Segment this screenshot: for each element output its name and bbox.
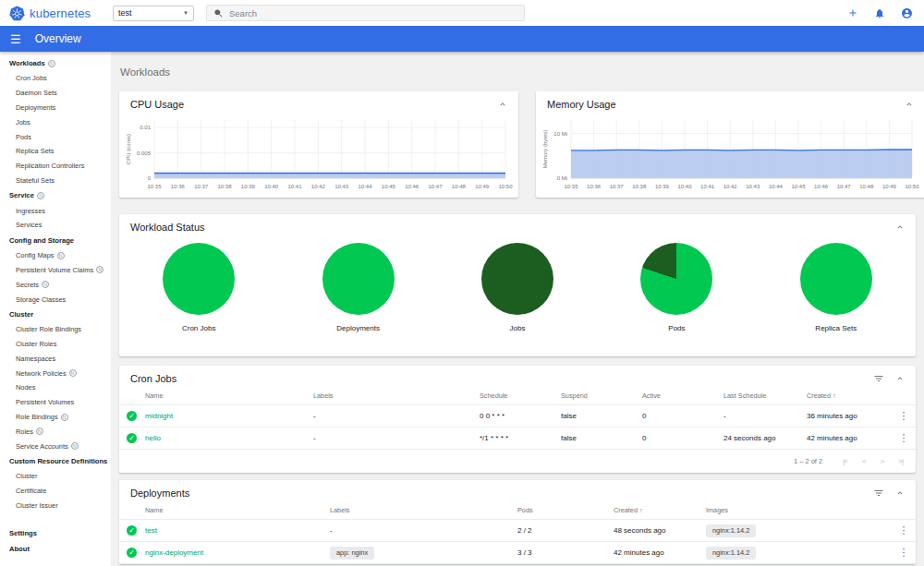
column-header-labels[interactable]: Labels <box>330 506 517 514</box>
sidebar-item-cluster[interactable]: Cluster <box>0 307 111 322</box>
namespaced-badge: N <box>37 192 44 199</box>
sidebar-item-config-maps[interactable]: Config MapsN <box>0 248 111 263</box>
svg-text:0.005: 0.005 <box>137 151 152 156</box>
sidebar-item-storage-classes[interactable]: Storage Classes <box>0 292 111 307</box>
sidebar-item-cluster[interactable]: Cluster <box>0 469 111 484</box>
first-page-button[interactable]: |< <box>843 457 847 465</box>
next-page-button[interactable]: > <box>881 457 884 465</box>
cell-active: 0 <box>642 412 723 420</box>
row-menu-button[interactable]: ⋮ <box>892 525 916 536</box>
sidebar-item-replication-controllers[interactable]: Replication Controllers <box>0 159 111 174</box>
notifications-bell-icon[interactable] <box>874 7 885 19</box>
sidebar-item-deployments[interactable]: Deployments <box>0 101 111 115</box>
column-header-created[interactable]: Created↑ <box>614 506 706 514</box>
pie-chart <box>800 243 872 315</box>
svg-text:10:39: 10:39 <box>241 184 256 189</box>
sidebar-item-cluster-role-bindings[interactable]: Cluster Role Bindings <box>0 322 111 337</box>
card-title: Workload Status <box>130 222 205 233</box>
menu-icon[interactable]: ☰ <box>10 33 21 45</box>
sidebar-item-about[interactable]: About <box>0 541 111 557</box>
sidebar-item-persistent-volume-claims[interactable]: Persistent Volume ClaimsN <box>0 263 111 278</box>
sidebar-item-persistent-volumes[interactable]: Persistent Volumes <box>0 395 111 410</box>
deployments-table-header: NameLabelsPodsCreated↑Images <box>119 501 916 520</box>
filter-icon[interactable] <box>873 488 884 499</box>
column-header-labels[interactable]: Labels <box>313 391 480 400</box>
sidebar-item-replica-sets[interactable]: Replica Sets <box>0 144 111 159</box>
add-resource-icon[interactable] <box>847 7 858 18</box>
collapse-icon[interactable] <box>905 100 914 109</box>
user-profile-icon[interactable] <box>901 7 913 19</box>
row-menu-button[interactable]: ⋮ <box>892 548 916 558</box>
sidebar-item-stateful-sets[interactable]: Stateful Sets <box>0 173 111 187</box>
pie-label: Cron Jobs <box>182 324 215 332</box>
column-header-active[interactable]: Active <box>642 391 723 400</box>
cell-images: nginx:1.14.2 <box>706 547 892 560</box>
sidebar-item-settings[interactable]: Settings <box>0 525 111 541</box>
column-header-suspend[interactable]: Suspend <box>561 391 642 400</box>
svg-text:10:37: 10:37 <box>610 184 625 189</box>
resource-link[interactable]: test <box>145 526 330 535</box>
namespace-select[interactable]: test ▼ <box>113 6 194 21</box>
column-header-name[interactable]: Name <box>145 506 330 514</box>
row-menu-button[interactable]: ⋮ <box>892 433 916 443</box>
collapse-icon[interactable] <box>895 374 905 383</box>
pie-chart <box>481 243 553 315</box>
cell-labels: app: nginx <box>330 547 517 560</box>
sidebar-item-custom-resource-definitions[interactable]: Custom Resource Definitions <box>0 453 111 469</box>
column-header-created[interactable]: Created↑ <box>807 391 892 400</box>
sidebar-item-role-bindings[interactable]: Role BindingsN <box>0 410 111 425</box>
search-bar[interactable] <box>206 5 525 21</box>
pie-chart <box>322 243 395 315</box>
column-header-schedule[interactable]: Schedule <box>480 391 561 400</box>
status-cell: ✓ <box>119 411 145 421</box>
cell-created: 36 minutes ago <box>807 412 892 420</box>
resource-link[interactable]: hello <box>145 434 313 442</box>
sidebar-item-ingresses[interactable]: Ingresses <box>0 203 111 218</box>
resource-link[interactable]: midnight <box>145 412 313 420</box>
status-cell: ✓ <box>119 525 145 536</box>
svg-text:10:49: 10:49 <box>882 184 897 189</box>
collapse-icon[interactable] <box>895 488 905 498</box>
column-header-last-schedule[interactable]: Last Schedule <box>723 391 807 400</box>
sidebar-item-cluster-roles[interactable]: Cluster Roles <box>0 337 111 352</box>
svg-text:10:37: 10:37 <box>194 184 209 189</box>
column-header-pods[interactable]: Pods <box>517 506 614 514</box>
sidebar-item-service[interactable]: ServiceN <box>0 187 111 203</box>
namespaced-badge: N <box>69 369 77 377</box>
svg-text:10:50: 10:50 <box>498 184 513 189</box>
sidebar-item-secrets[interactable]: SecretsN <box>0 277 111 292</box>
sidebar-item-namespaces[interactable]: Namespaces <box>0 352 111 367</box>
sidebar-item-certificate[interactable]: Certificate <box>0 484 111 499</box>
sidebar-item-cluster-issuer[interactable]: Cluster Issuer <box>0 499 111 513</box>
collapse-icon[interactable] <box>498 100 507 109</box>
filter-icon[interactable] <box>873 373 884 384</box>
sidebar-item-pods[interactable]: Pods <box>0 129 111 144</box>
namespaced-badge: N <box>71 442 79 450</box>
resource-link[interactable]: nginx-deployment <box>145 548 330 557</box>
sidebar-item-service-accounts[interactable]: Service AccountsN <box>0 439 111 453</box>
collapse-icon[interactable] <box>895 223 905 232</box>
column-header-name[interactable]: Name <box>145 391 313 400</box>
kubernetes-home-link[interactable]: kubernetes <box>9 6 113 21</box>
sidebar-item-roles[interactable]: RolesN <box>0 424 111 439</box>
row-menu-button[interactable]: ⋮ <box>892 411 916 421</box>
sidebar-item-cron-jobs[interactable]: Cron Jobs <box>0 71 111 86</box>
last-page-button[interactable]: >| <box>898 457 903 465</box>
column-header-images[interactable]: Images <box>706 506 892 514</box>
sidebar-item-workloads[interactable]: WorkloadsN <box>0 55 111 71</box>
prev-page-button[interactable]: < <box>862 457 866 465</box>
namespaced-badge: N <box>48 60 55 67</box>
sidebar-item-daemon-sets[interactable]: Daemon Sets <box>0 86 111 101</box>
sidebar-item-network-policies[interactable]: Network PoliciesN <box>0 366 111 380</box>
workload-pie-replica-sets: Replica Sets <box>757 243 916 332</box>
sidebar-item-config-and-storage[interactable]: Config and Storage <box>0 233 111 248</box>
label-chip: nginx:1.14.2 <box>706 547 756 560</box>
search-input[interactable] <box>229 8 517 18</box>
sidebar-item-jobs[interactable]: Jobs <box>0 114 111 129</box>
brand-name: kubernetes <box>30 6 91 20</box>
pie-label: Deployments <box>336 324 380 332</box>
pie-label: Replica Sets <box>815 324 857 332</box>
sidebar-item-nodes[interactable]: Nodes <box>0 380 111 395</box>
sidebar-item-services[interactable]: Services <box>0 218 111 233</box>
table-row: ✓hello-*/1 * * * *false024 seconds ago42… <box>119 428 916 450</box>
